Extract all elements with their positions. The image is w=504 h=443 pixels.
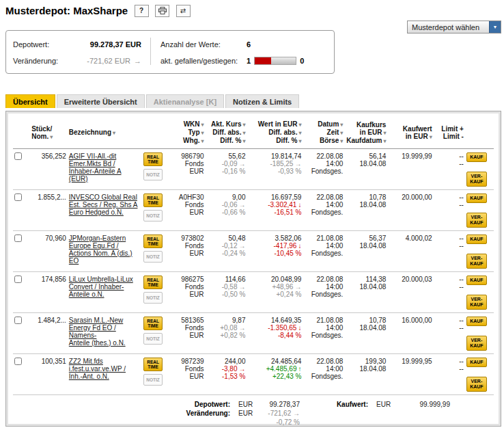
shares-cell: 356,252 <box>30 149 68 190</box>
wkn-value: 986275 <box>171 276 204 283</box>
realtime-button[interactable]: REAL TIME <box>143 193 163 207</box>
sort-icon[interactable]: ▾ <box>383 138 386 144</box>
sort-icon[interactable]: ▾ <box>383 130 386 136</box>
fund-name-link[interactable]: INVESCO Global Real Est. Secs / Reg. Shs… <box>69 193 141 216</box>
fund-name-link[interactable]: AGIF VII-All.-dit Emer.Mkts Bd / Inhaber… <box>69 152 141 183</box>
fund-name-link[interactable]: LiLux Umbrella-LiLux Convert / Inhaber- … <box>69 276 141 298</box>
fallen-count: 1 <box>247 57 251 65</box>
kauf-button[interactable]: KAUF <box>466 152 487 162</box>
notiz-button[interactable]: NOTIZ <box>143 292 163 304</box>
realtime-button[interactable]: REAL TIME <box>143 276 163 289</box>
sort-icon[interactable]: ▾ <box>430 134 432 140</box>
verkauf-button[interactable]: VER- KAUF <box>466 377 487 392</box>
kurs-cell: 9,87 +0,08→ +0,82 % <box>206 313 247 354</box>
tab-notizen-limits[interactable]: Notizen & Limits <box>225 94 299 108</box>
sort-icon[interactable]: ▾ <box>340 130 343 136</box>
row-checkbox[interactable] <box>14 234 22 242</box>
trend-arrow-icon: → <box>238 283 245 291</box>
boerse-value: Fondsges. <box>304 291 343 298</box>
currency-value: EUR <box>171 373 204 380</box>
fund-name-link[interactable]: JPMorgan-Eastern Europe Equ.Fd / Actions… <box>69 234 141 265</box>
kurs-pct-value: +0,82 % <box>207 332 246 339</box>
notiz-button[interactable]: NOTIZ <box>143 169 163 180</box>
content-box: Stück/Nom.▾Bezeichnung▾WKN▾Typ▾Whg.▾Akt.… <box>5 111 501 427</box>
sort-icon[interactable]: ▾ <box>242 138 245 144</box>
depot-select-label: Musterdepot wählen <box>412 23 479 31</box>
verkauf-button[interactable]: VER- KAUF <box>466 295 487 310</box>
kaufkurs-cell: 199,30 18.04.08 <box>344 354 387 395</box>
tab-uebersicht[interactable]: Übersicht <box>5 94 55 108</box>
refresh-button[interactable]: ⇄ <box>176 5 191 17</box>
kauf-button[interactable]: KAUF <box>466 317 487 326</box>
kaufdatum-value: 18.04.08 <box>346 283 386 291</box>
summary-panel: Depotwert: 99.278,37 EUR Veränderung: -7… <box>5 30 335 74</box>
select-cell <box>13 272 30 313</box>
verkauf-button[interactable]: VER- KAUF <box>466 172 487 187</box>
sort-icon[interactable]: ▾ <box>298 138 301 144</box>
wert-pct-value: -16,51 % <box>248 209 301 216</box>
kurs-diff: -0,58→ <box>207 283 246 291</box>
sort-icon[interactable]: ▾ <box>201 138 204 144</box>
sort-icon[interactable]: ▾ <box>298 130 301 136</box>
sort-icon[interactable]: ▾ <box>113 130 115 136</box>
veraenderung-amount: -721,62 EUR <box>87 57 130 65</box>
page-title: Musterdepot: MaxSharpe <box>5 5 128 16</box>
row-checkbox[interactable] <box>14 193 22 201</box>
shares-cell: 1.484,2... <box>30 313 68 354</box>
wert-pct-value: -8,44 % <box>248 332 301 339</box>
kurs-cell: 244,00 -3,80→ -1,53 % <box>206 354 247 395</box>
notiz-button[interactable]: NOTIZ <box>143 333 163 345</box>
column-header-btns <box>142 118 169 149</box>
typ-value: Fonds <box>171 365 204 373</box>
column-label: Zeit <box>327 129 339 136</box>
notiz-button[interactable]: NOTIZ <box>143 251 163 263</box>
limit-cell: -- -- <box>434 313 465 354</box>
verkauf-button[interactable]: VER- KAUF <box>466 213 487 228</box>
select-cell <box>13 190 30 231</box>
kauf-button[interactable]: KAUF <box>466 276 487 285</box>
sort-icon[interactable]: ▾ <box>298 122 301 128</box>
sort-icon[interactable]: ▾ <box>242 130 245 136</box>
sort-icon[interactable]: ▾ <box>242 122 245 128</box>
print-button[interactable] <box>155 5 169 17</box>
notiz-button[interactable]: NOTIZ <box>143 210 163 222</box>
limit-minus-value: -- <box>435 242 464 250</box>
printer-icon <box>158 7 167 14</box>
kauf-button[interactable]: KAUF <box>466 358 487 367</box>
sort-icon[interactable]: ▾ <box>201 130 204 136</box>
kauf-button[interactable]: KAUF <box>466 193 487 203</box>
notiz-button[interactable]: NOTIZ <box>143 374 163 386</box>
row-checkbox[interactable] <box>14 152 22 160</box>
realtime-button[interactable]: REAL TIME <box>143 358 163 371</box>
fund-name-link[interactable]: ZZ2 Mit.fds i.fest.u.var.ve.WP / Inh.-An… <box>69 358 141 380</box>
kurs-value: 55,62 <box>207 152 246 160</box>
kurs-diff-value: +0,08 <box>220 324 237 332</box>
kurs-diff-value: -0,58 <box>222 283 238 291</box>
wert-diff-value: -1.350,65 <box>268 324 296 332</box>
column-label: Kaufkurs <box>356 121 386 129</box>
totals-veraenderung-label: Veränderung: <box>13 409 230 418</box>
verkauf-button[interactable]: VER- KAUF <box>466 336 487 351</box>
sort-icon[interactable]: ▾ <box>340 138 343 144</box>
realtime-button[interactable]: REAL TIME <box>143 234 163 248</box>
tab-erweiterte-uebersicht[interactable]: Erweiterte Übersicht <box>57 94 145 108</box>
kurs-cell: 50,48 -0,12→ -0,24 % <box>206 231 247 272</box>
kauf-button[interactable]: KAUF <box>466 234 487 244</box>
realtime-button[interactable]: REAL TIME <box>143 152 163 166</box>
select-cell <box>13 354 30 395</box>
shares-value: 356,252 <box>42 152 66 160</box>
help-button[interactable]: ? <box>135 5 149 17</box>
sort-icon[interactable]: ▾ <box>201 122 204 128</box>
fund-name-link[interactable]: Sarasin M.L.-New Energy Fd EO / Namens- … <box>69 317 141 347</box>
name-cell: JPMorgan-Eastern Europe Equ.Fd / Actions… <box>68 231 142 272</box>
refresh-icon: ⇄ <box>180 7 186 14</box>
wkn-value: 987239 <box>171 358 204 365</box>
depot-select[interactable]: Musterdepot wählen ▼ <box>407 21 501 33</box>
sort-icon[interactable]: ▾ <box>50 134 53 140</box>
row-checkbox[interactable] <box>14 358 22 365</box>
row-checkbox[interactable] <box>14 276 22 283</box>
row-checkbox[interactable] <box>14 317 22 324</box>
realtime-button[interactable]: REAL TIME <box>143 317 163 330</box>
sort-icon[interactable]: ▾ <box>340 122 343 128</box>
verkauf-button[interactable]: VER- KAUF <box>466 254 487 269</box>
